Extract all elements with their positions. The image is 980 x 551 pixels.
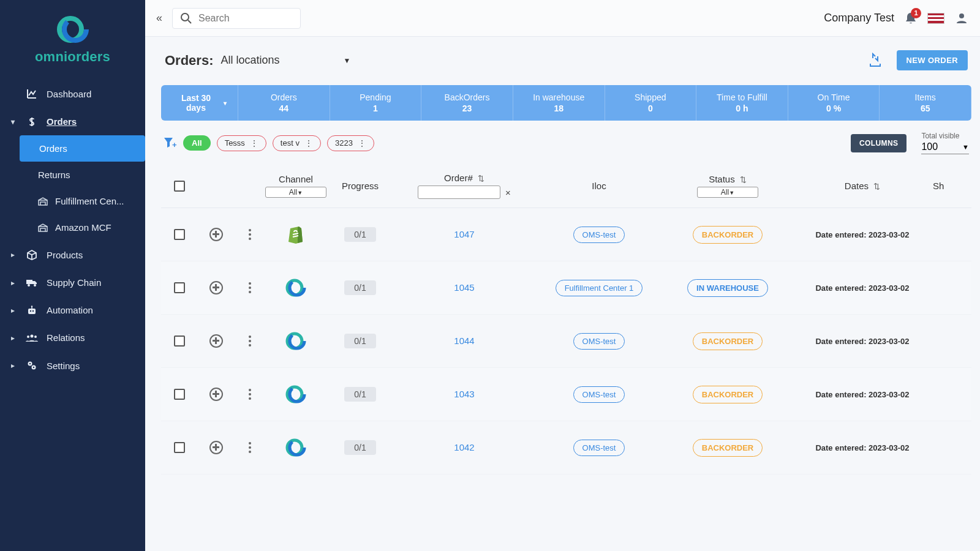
- iloc-pill[interactable]: OMS-test: [573, 386, 625, 403]
- svg-point-6: [34, 284, 36, 287]
- row-menu-button[interactable]: [249, 335, 251, 347]
- stat-shipped[interactable]: Shipped0: [605, 85, 697, 121]
- stat-on-time[interactable]: On Time0 %: [788, 85, 880, 121]
- chip-menu-icon[interactable]: ⋮: [358, 138, 366, 148]
- subnav-fulfillment[interactable]: Fulfillment Cen...: [27, 188, 145, 214]
- col-status[interactable]: Status: [709, 174, 735, 184]
- row-menu-button[interactable]: [249, 389, 251, 400]
- notifications-button[interactable]: 1: [904, 12, 918, 25]
- topbar: « Company Test 1: [145, 0, 980, 37]
- table-header: Channel All▼ Progress Order# ⇅ ×: [161, 167, 971, 208]
- order-link[interactable]: 1044: [454, 335, 474, 346]
- channel-icon: [285, 277, 306, 298]
- robot-icon: [26, 305, 38, 315]
- sort-icon[interactable]: ⇅: [478, 174, 484, 183]
- subnav-amazon-mcf[interactable]: Amazon MCF: [27, 214, 145, 241]
- chevron-down-icon: ▾: [224, 100, 227, 107]
- subnav-label: Fulfillment Cen...: [55, 196, 124, 206]
- nav-settings[interactable]: ▸ Settings: [0, 351, 145, 380]
- chart-icon: [26, 88, 38, 99]
- total-visible-select[interactable]: Total visible 100 ▼: [921, 132, 969, 154]
- order-link[interactable]: 1047: [454, 229, 474, 239]
- row-checkbox[interactable]: [174, 335, 185, 347]
- chevron-down-icon: ▼: [962, 143, 969, 151]
- row-menu-button[interactable]: [249, 442, 251, 453]
- locale-flag-us[interactable]: [927, 13, 944, 24]
- stat-orders[interactable]: Orders44: [238, 85, 330, 121]
- filter-row: + All Tesss⋮test v⋮3223⋮ COLUMNS Total v…: [161, 132, 971, 154]
- search-icon: [180, 12, 192, 24]
- row-checkbox[interactable]: [174, 389, 185, 400]
- search-input[interactable]: [198, 13, 293, 24]
- stat-time-to-fulfill[interactable]: Time to Fulfill0 h: [696, 85, 788, 121]
- filter-chip[interactable]: Tesss⋮: [217, 135, 266, 151]
- stat-items[interactable]: Items65: [880, 85, 971, 121]
- chip-menu-icon[interactable]: ⋮: [250, 138, 258, 148]
- order-link[interactable]: 1045: [454, 282, 474, 293]
- sort-icon[interactable]: ⇅: [740, 175, 747, 184]
- filter-icon[interactable]: +: [164, 137, 177, 149]
- col-order[interactable]: Order#: [444, 173, 473, 183]
- nav-supply-chain[interactable]: ▸ Supply Chain: [0, 269, 145, 296]
- row-menu-button[interactable]: [249, 229, 251, 240]
- expand-button[interactable]: [209, 441, 223, 454]
- search-field[interactable]: [172, 8, 301, 29]
- channel-icon: [285, 437, 306, 458]
- status-filter-select[interactable]: All▼: [697, 187, 758, 198]
- nav-relations[interactable]: ▸ Relations: [0, 324, 145, 351]
- svg-rect-7: [28, 309, 36, 314]
- columns-button[interactable]: COLUMNS: [851, 134, 907, 152]
- clear-icon[interactable]: ×: [505, 187, 511, 198]
- stats-bar: Last 30 days ▾ Orders44Pending1BackOrder…: [161, 85, 971, 121]
- status-pill: BACKORDER: [693, 332, 763, 350]
- iloc-pill[interactable]: OMS-test: [573, 333, 625, 350]
- nav-dashboard[interactable]: Dashboard: [0, 80, 145, 108]
- select-all-checkbox[interactable]: [174, 181, 185, 192]
- nav-products[interactable]: ▸ Products: [0, 241, 145, 269]
- channel-icon: [285, 331, 306, 351]
- row-checkbox[interactable]: [174, 282, 185, 293]
- filter-chip-all[interactable]: All: [183, 135, 211, 151]
- user-menu-button[interactable]: [954, 11, 969, 26]
- location-select[interactable]: All locations ▼: [221, 54, 350, 67]
- status-pill: BACKORDER: [693, 386, 763, 403]
- expand-button[interactable]: [209, 228, 223, 241]
- iloc-pill[interactable]: OMS-test: [573, 227, 625, 243]
- order-link[interactable]: 1043: [454, 389, 474, 399]
- filter-chip[interactable]: 3223⋮: [327, 135, 374, 151]
- row-menu-button[interactable]: [249, 282, 251, 293]
- chevron-right-icon: ▸: [11, 334, 17, 342]
- channel-filter-select[interactable]: All▼: [265, 187, 326, 198]
- iloc-pill[interactable]: Fulfillment Center 1: [556, 280, 643, 296]
- row-checkbox[interactable]: [174, 442, 185, 453]
- table-row: 0/11047OMS-testBACKORDERDate entered: 20…: [161, 208, 971, 261]
- subnav-returns[interactable]: Returns: [27, 162, 145, 188]
- export-button[interactable]: [867, 53, 883, 69]
- nav-label: Supply Chain: [47, 277, 101, 288]
- col-channel: Channel: [265, 174, 326, 184]
- subnav-orders[interactable]: Orders: [20, 135, 145, 162]
- expand-button[interactable]: [209, 388, 223, 401]
- chip-menu-icon[interactable]: ⋮: [304, 138, 313, 148]
- date-range-select[interactable]: Last 30 days ▾: [161, 85, 238, 121]
- order-filter-input[interactable]: [418, 186, 500, 199]
- row-checkbox[interactable]: [174, 229, 185, 240]
- stat-in-warehouse[interactable]: In warehouse18: [513, 85, 605, 121]
- collapse-sidebar-button[interactable]: «: [156, 12, 162, 24]
- progress-value: 0/1: [344, 227, 375, 242]
- filter-chip[interactable]: test v⋮: [273, 135, 321, 151]
- nav-orders[interactable]: ▾ Orders: [0, 108, 145, 135]
- expand-button[interactable]: [209, 281, 223, 294]
- nav-automation[interactable]: ▸ Automation: [0, 296, 145, 324]
- expand-button[interactable]: [209, 334, 223, 348]
- col-dates[interactable]: Dates: [845, 181, 869, 191]
- sort-icon[interactable]: ⇅: [873, 182, 880, 191]
- stat-backorders[interactable]: BackOrders23: [421, 85, 513, 121]
- stat-pending[interactable]: Pending1: [330, 85, 422, 121]
- status-pill: IN WAREHOUSE: [687, 279, 768, 297]
- new-order-button[interactable]: NEW ORDER: [897, 50, 968, 70]
- orders-submenu: Orders Returns Fulfillment Cen... Amazon…: [0, 135, 145, 241]
- iloc-pill[interactable]: OMS-test: [573, 440, 625, 456]
- date-entered: Date entered: 2023-03-02: [815, 337, 909, 346]
- order-link[interactable]: 1042: [454, 442, 474, 452]
